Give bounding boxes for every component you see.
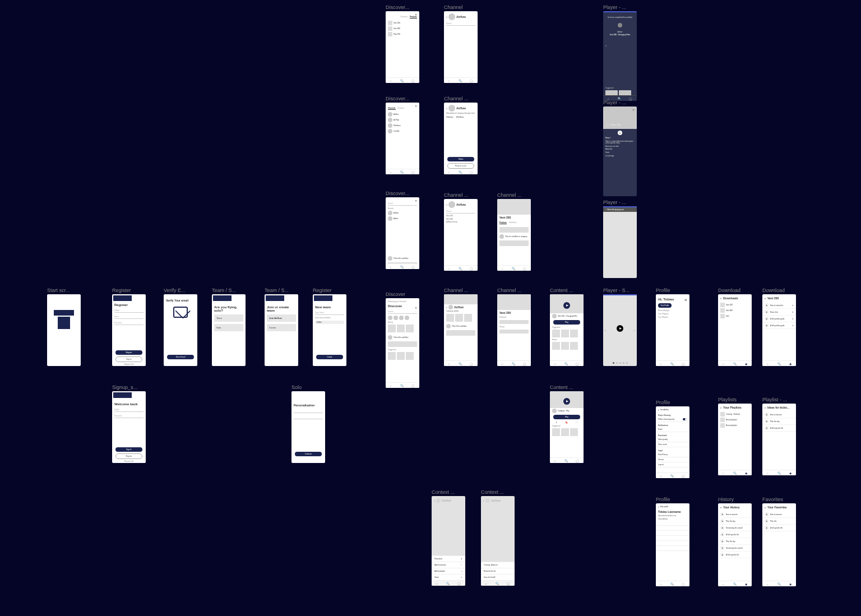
frame-start[interactable]: Start scr... (47, 294, 81, 366)
frame-register[interactable]: Register Register E-Mail Name Password R… (112, 294, 146, 366)
step-indicator: 1 (618, 131, 622, 135)
frame-discover-channels[interactable]: Discover... ✕ ChannelsProducts Airflow A… (386, 103, 419, 174)
download-icon: ⬇ (792, 304, 794, 307)
figma-canvas[interactable]: Start scr... Register Register E-Mail Na… (0, 0, 861, 616)
close-icon[interactable]: ✕ (415, 104, 417, 108)
frame-context-1[interactable]: Context ... ‹Airflow Download⬇ Add to fa… (432, 496, 465, 586)
frame-channel-3[interactable]: Channel ... ‹Airflow Search Vent 200 Ven… (444, 199, 478, 271)
frame-playlists[interactable]: Playlists ‹Your Playlists Training - Sim… (718, 404, 752, 475)
frame-profile-1[interactable]: Profile Hi, Tobias ⚙ Visit Profile Recen… (656, 294, 689, 366)
home-icon: ⌂ (390, 79, 391, 82)
frame-verify[interactable]: Verify E... Verify Your email Go to E-ma… (164, 294, 197, 366)
bookmark-icon: 🔖 (565, 421, 568, 424)
close-icon[interactable]: ✕ (415, 13, 417, 16)
frame-signin[interactable]: Signup_s... Welcome back E-Mail Password… (112, 391, 146, 463)
frame-profile-user[interactable]: Profile ‹Edit profile Tobias Lastname to… (656, 503, 689, 586)
toggle[interactable] (683, 418, 687, 420)
play-icon[interactable]: ▸ (765, 303, 769, 307)
frame-discover-products[interactable]: Discover... ✕ ChannelsProducts Vent 200 … (386, 11, 419, 83)
frame-content-2[interactable]: Content ... Category · Play Play ⬇🔖⋯ Sug… (550, 391, 584, 463)
frame-channel-1[interactable]: Channel ‹Airflow Search ⌂🔍◯ (444, 11, 478, 83)
frame-product-1[interactable]: Channel ... Vent 200 ProductsWorkflows T… (497, 199, 531, 271)
frame-join-create[interactable]: Team / S... Join or create team Join Air… (265, 294, 298, 366)
frame-profile-settings[interactable]: Profile ‹See Airflow Keeps Showing Follo… (656, 406, 689, 478)
close-icon[interactable]: ✕ (415, 306, 417, 309)
search-icon: 🔍 (400, 79, 404, 82)
frame-download-detail[interactable]: Download ‹Vent 200 ▸How to setup this⬇ ▸… (762, 294, 796, 366)
close-icon[interactable]: ✕ (632, 108, 635, 112)
frame-player-done[interactable]: Player - ... You have completed the work… (603, 11, 637, 101)
frame-player-video[interactable]: Player - ... ‹Video title playing now (603, 206, 637, 278)
more-icon: ⋯ (576, 421, 578, 424)
heart-icon: ♡ (461, 564, 462, 566)
download-icon: ⬇ (461, 558, 462, 560)
frame-discover-home[interactable]: Discover Following your Channels Discove… (386, 298, 419, 388)
download-icon: ⬇ (556, 421, 557, 424)
frame-product-2[interactable]: Channel ... Vent 200 Followed Set-up ⌂🔍◯ (497, 294, 531, 366)
frame-new-team[interactable]: Register New team Team Name Invite team … (313, 294, 346, 366)
frame-team-solo-q[interactable]: Team / S... Are you flying solo? Team So… (212, 294, 246, 366)
frame-channel-4[interactable]: Channel ... ‹Airflow Company details Tit… (444, 294, 478, 366)
frame-discover-results[interactable]: Discover... ✕ Search Results Airflow Adm… (386, 197, 419, 269)
frame-solo-pers[interactable]: Solo Personalisation Continue (291, 391, 325, 463)
profile-icon: ◯ (411, 79, 415, 82)
playlist-icon: ≡ (461, 570, 462, 572)
frame-player-step[interactable]: Player - ... ✕ Airflow · Play 1 Step 1 T… (603, 106, 637, 196)
frame-context-2[interactable]: Context ... ‹Airflow Training - Airbrush… (481, 496, 515, 586)
frame-downloads[interactable]: Download ‹Downloads Vent 200 Vent 300 It… (718, 294, 752, 366)
frame-channel-2[interactable]: Channel ... ‹Airflow Description of comp… (444, 103, 478, 174)
close-icon[interactable]: ✕ (415, 199, 417, 202)
frame-playlist-detail[interactable]: Playlist - ... ‹Ideas for kicko... ▸How … (762, 404, 796, 475)
frame-player-s[interactable]: Player - S... ‹ › (603, 294, 637, 366)
share-icon: ⇪ (461, 576, 462, 578)
gear-icon[interactable]: ⚙ (684, 298, 687, 302)
frame-content-1[interactable]: Content ... Vent 200 - Changing Filter P… (550, 294, 584, 366)
frame-favorites[interactable]: Favorites ‹Your Favorites ▸How to execut… (762, 503, 796, 586)
frame-history[interactable]: History ‹Your History ▸How to execute ▸P… (718, 503, 752, 586)
envelope-icon (173, 307, 188, 318)
